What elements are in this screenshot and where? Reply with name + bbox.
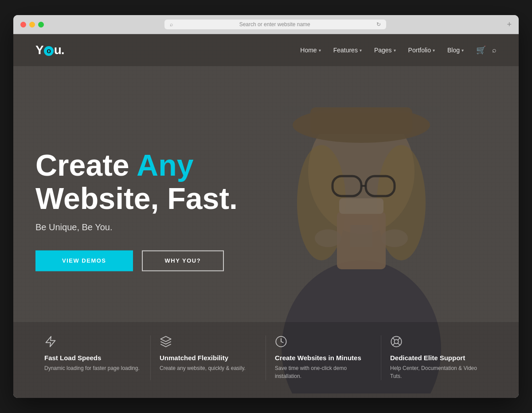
hero-buttons: VIEW DEMOS WHY YOU? — [35, 250, 238, 271]
feature-minutes-desc: Save time with one-click demo installati… — [275, 364, 372, 380]
feature-support-title: Dedicated Elite Support — [390, 354, 488, 362]
chevron-down-icon: ▾ — [394, 48, 396, 53]
nav-menu: Home ▾ Features ▾ Pages ▾ Portfolio ▾ — [300, 45, 497, 55]
maximize-button[interactable] — [38, 22, 44, 28]
features-bar: Fast Load Speeds Dynamic loading for fas… — [13, 322, 519, 398]
nav-item-pages[interactable]: Pages ▾ — [374, 47, 396, 54]
feature-fast-load-desc: Dynamic loading for faster page loading. — [44, 364, 141, 372]
nav-item-features[interactable]: Features ▾ — [333, 47, 362, 54]
svg-point-16 — [394, 339, 398, 343]
navbar: You. Home ▾ Features ▾ Pages ▾ — [13, 34, 519, 66]
cart-icon[interactable]: 🛒 — [476, 45, 486, 55]
grid-icon — [160, 335, 172, 348]
chevron-down-icon: ▾ — [319, 48, 321, 53]
chevron-down-icon: ▾ — [360, 48, 362, 53]
feature-minutes-title: Create Websites in Minutes — [275, 354, 372, 362]
search-icon[interactable]: ⌕ — [492, 46, 497, 54]
refresh-icon[interactable]: ↻ — [376, 21, 381, 28]
feature-flexibility-desc: Create any website, quickly & easily. — [160, 364, 257, 372]
view-demos-button[interactable]: VIEW DEMOS — [35, 250, 133, 271]
website-content: You. Home ▾ Features ▾ Pages ▾ — [13, 34, 519, 398]
svg-line-17 — [393, 338, 395, 340]
feature-flexibility-title: Unmatched Flexibility — [160, 354, 257, 362]
nav-features-label: Features — [333, 47, 358, 54]
svg-line-20 — [398, 338, 400, 340]
nav-item-portfolio[interactable]: Portfolio ▾ — [408, 47, 435, 54]
feature-minutes: Create Websites in Minutes Save time wit… — [266, 335, 381, 380]
svg-line-19 — [393, 343, 395, 345]
nav-item-home[interactable]: Home ▾ — [300, 47, 321, 54]
nav-pages-label: Pages — [374, 47, 392, 54]
browser-titlebar: ⌕ Search or enter website name ↻ + — [13, 15, 519, 34]
hero-subtitle: Be Unique, Be You. — [35, 222, 238, 232]
chevron-down-icon: ▾ — [462, 48, 464, 53]
hero-title-highlight: Any — [137, 148, 193, 182]
address-bar[interactable]: ⌕ Search or enter website name ↻ — [164, 20, 386, 29]
new-tab-button[interactable]: + — [507, 20, 512, 29]
chevron-down-icon: ▾ — [433, 48, 435, 53]
nav-home-label: Home — [300, 47, 317, 54]
minimize-button[interactable] — [29, 22, 35, 28]
nav-icons: 🛒 ⌕ — [476, 45, 497, 55]
logo-u: u. — [54, 43, 64, 57]
logo-o: o — [44, 46, 54, 56]
feature-support-desc: Help Center, Documentation & Video Tuts. — [390, 364, 488, 380]
hero-title-part1: Create — [35, 148, 137, 182]
clock-icon — [275, 335, 287, 348]
hero-title-line2: Website, Fast. — [35, 181, 238, 215]
feature-fast-load: Fast Load Speeds Dynamic loading for fas… — [35, 335, 151, 380]
hero-content: Create Any Website, Fast. Be Unique, Be … — [35, 149, 238, 271]
support-icon — [390, 335, 403, 348]
bolt-icon — [44, 335, 57, 348]
address-text: Search or enter website name — [176, 21, 374, 28]
close-button[interactable] — [20, 22, 26, 28]
why-you-button[interactable]: WHY YOU? — [142, 250, 224, 271]
hero-title: Create Any Website, Fast. — [35, 149, 238, 215]
nav-item-blog[interactable]: Blog ▾ — [447, 47, 464, 54]
window-controls — [20, 22, 44, 28]
feature-flexibility: Unmatched Flexibility Create any website… — [151, 335, 266, 380]
nav-portfolio-label: Portfolio — [408, 47, 431, 54]
svg-line-18 — [398, 343, 400, 345]
hero-section: You. Home ▾ Features ▾ Pages ▾ — [13, 34, 519, 398]
logo[interactable]: You. — [35, 43, 64, 57]
browser-window: ⌕ Search or enter website name ↻ + — [13, 15, 519, 398]
feature-support: Dedicated Elite Support Help Center, Doc… — [381, 335, 497, 380]
search-icon: ⌕ — [170, 21, 173, 28]
logo-y: Y — [35, 43, 43, 57]
feature-fast-load-title: Fast Load Speeds — [44, 354, 141, 362]
nav-blog-label: Blog — [447, 47, 460, 54]
